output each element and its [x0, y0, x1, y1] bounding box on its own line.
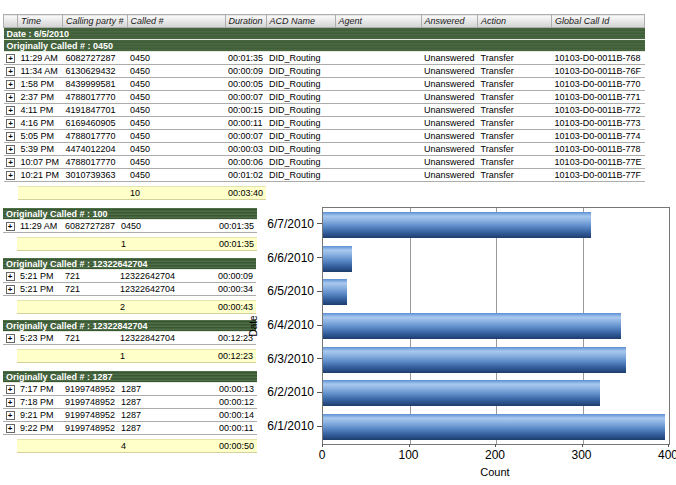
expand-row-button[interactable]: + [6, 424, 15, 433]
x-axis-tick [409, 444, 410, 447]
expander-cell [4, 187, 18, 200]
x-axis-label: 400 [658, 448, 676, 462]
cell: 10103-D0-0011B-778 [552, 143, 645, 156]
call-table: Originally Called # : 100+11:29 AM608272… [3, 208, 257, 251]
call-row: +9:22 PM9199748952128700:00:11 [3, 422, 257, 435]
expand-row-button[interactable]: + [6, 67, 15, 76]
cell: Transfer [478, 169, 552, 182]
expand-row-button[interactable]: + [6, 222, 15, 231]
y-axis-row: 6/1/2010 [250, 409, 322, 443]
expand-row-button[interactable]: + [6, 398, 15, 407]
cell: 00:00:07 [225, 130, 266, 143]
cell: 4788017770 [63, 91, 128, 104]
expand-row-button[interactable]: + [6, 145, 15, 154]
cell: Unanswered [421, 52, 478, 65]
chart-bar [323, 414, 665, 440]
y-axis-row: 6/4/2010 [250, 308, 322, 342]
cell: Unanswered [421, 104, 478, 117]
cell: 10103-D0-0011B-771 [552, 91, 645, 104]
bar-slot [323, 410, 669, 444]
call-row: +10:21 PM3010739363045000:01:02DID_Routi… [4, 169, 645, 182]
call-row: +4:11 PM4191847701045000:00:15DID_Routin… [4, 104, 645, 117]
y-axis-label: 6/4/2010 [267, 318, 314, 332]
column-header-row: TimeCalling party #Called #DurationACD N… [4, 15, 645, 28]
cell: DID_Routing [266, 117, 335, 130]
expander-cell [3, 238, 17, 251]
expand-row-button[interactable]: + [6, 285, 15, 294]
group-total-duration: 00:03:40 [225, 187, 266, 200]
call-row: +10:07 PM4788017770045000:00:06DID_Routi… [4, 156, 645, 169]
total-empty [266, 187, 335, 200]
cell: 10103-D0-0011B-773 [552, 117, 645, 130]
column-header: Answered [421, 15, 478, 28]
cell: Unanswered [421, 91, 478, 104]
cell: 5:39 PM [18, 143, 63, 156]
expand-row-button[interactable]: + [6, 93, 15, 102]
y-axis-label: 6/5/2010 [267, 284, 314, 298]
expand-row-button[interactable]: + [6, 132, 15, 141]
expand-row-button[interactable]: + [6, 171, 15, 180]
expander-cell: + [3, 220, 17, 233]
cell: 00:00:15 [225, 104, 266, 117]
cell: 9199748952 [62, 396, 118, 409]
total-empty [17, 301, 62, 314]
cell: 4788017770 [63, 156, 128, 169]
expand-row-button[interactable]: + [6, 80, 15, 89]
cell: 9199748952 [62, 383, 118, 396]
group-header-band-label: Originally Called # : 12322642704 [3, 258, 256, 270]
group-header-band: Originally Called # : 0450 [4, 40, 645, 52]
chart-bar [323, 212, 591, 238]
group-total-row: 100:12:23 [3, 350, 256, 363]
cell: Unanswered [421, 65, 478, 78]
cell: 1287 [118, 383, 216, 396]
cell: 9199748952 [62, 422, 118, 435]
expand-row-button[interactable]: + [6, 385, 15, 394]
expander-cell: + [4, 117, 18, 130]
total-empty [17, 350, 62, 363]
chart-y-axis: 6/7/20106/6/20106/5/20106/4/20106/3/2010… [250, 207, 322, 443]
expand-row-button[interactable]: + [6, 119, 15, 128]
column-header: ACD Name [266, 15, 335, 28]
call-report-screen: TimeCalling party #Called #DurationACD N… [0, 0, 676, 485]
cell [335, 104, 421, 117]
expand-row-button[interactable]: + [6, 411, 15, 420]
group-header-band-label: Originally Called # : 1287 [3, 371, 257, 383]
cell: Unanswered [421, 130, 478, 143]
cell [335, 169, 421, 182]
call-group-section: Originally Called # : 12322842704+5:23 P… [3, 320, 256, 363]
total-empty [62, 301, 117, 314]
cell: Transfer [478, 143, 552, 156]
cell: 1287 [118, 409, 216, 422]
bar-slot [323, 309, 669, 343]
expand-row-button[interactable]: + [6, 334, 15, 343]
cell: Unanswered [421, 117, 478, 130]
call-row: +4:16 PM6169460905045000:00:11DID_Routin… [4, 117, 645, 130]
cell: 9:21 PM [17, 409, 62, 422]
cell: 5:21 PM [17, 283, 62, 296]
cell: 00:00:03 [225, 143, 266, 156]
cell: 4788017770 [63, 130, 128, 143]
cell: DID_Routing [266, 65, 335, 78]
expand-row-button[interactable]: + [6, 54, 15, 63]
call-table: Originally Called # : 1287+7:17 PM919974… [3, 371, 257, 453]
cell: 0450 [127, 169, 225, 182]
cell: 0450 [127, 78, 225, 91]
chart-x-axis: 0100200300400 [322, 444, 668, 462]
cell: 6130629432 [63, 65, 128, 78]
cell: 0450 [127, 65, 225, 78]
call-row: +5:23 PM7211232284270400:12:23 [3, 332, 256, 345]
expand-row-button[interactable]: + [6, 106, 15, 115]
cell: Transfer [478, 91, 552, 104]
cell: 0450 [127, 104, 225, 117]
cell: 5:05 PM [18, 130, 63, 143]
call-row: +5:21 PM7211232264270400:00:34 [3, 283, 256, 296]
call-row: +5:05 PM4788017770045000:00:07DID_Routin… [4, 130, 645, 143]
chart-bar [323, 347, 626, 373]
cell: 0450 [127, 117, 225, 130]
expand-row-button[interactable]: + [6, 272, 15, 281]
cell: DID_Routing [266, 130, 335, 143]
group-total-count: 2 [117, 301, 215, 314]
y-axis-label: 6/3/2010 [267, 352, 314, 366]
expand-row-button[interactable]: + [6, 158, 15, 167]
cell [335, 130, 421, 143]
